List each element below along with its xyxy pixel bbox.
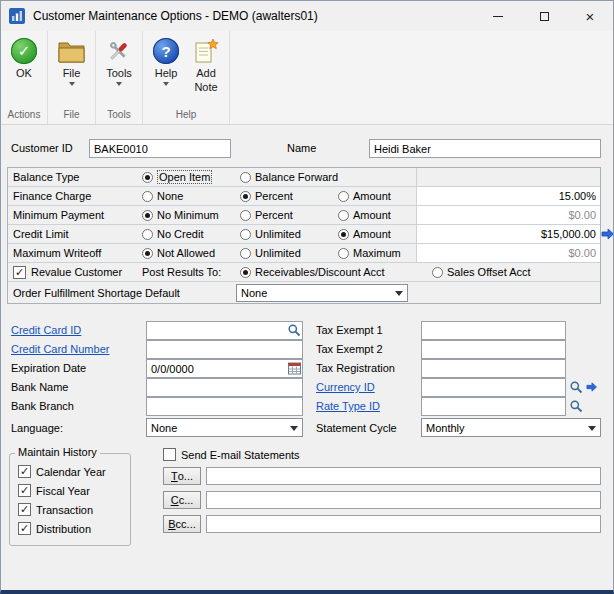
radio-icon xyxy=(240,267,251,278)
dropdown-arrow-icon xyxy=(163,82,169,86)
cc-button-accel: C xyxy=(171,494,179,506)
currency-id-link[interactable]: Currency ID xyxy=(316,381,375,393)
customer-maintenance-options-window: Customer Maintenance Options - DEMO (awa… xyxy=(0,0,614,594)
note-star-icon xyxy=(193,37,219,65)
credit-card-id-lookup-button[interactable] xyxy=(287,323,301,339)
cc-field[interactable] xyxy=(206,491,601,509)
credit-card-number-link[interactable]: Credit Card Number xyxy=(11,343,109,355)
name-label: Name xyxy=(287,142,316,154)
shortage-default-dropdown[interactable]: None xyxy=(236,284,408,302)
options-table: Balance Type Open Item Balance Forward F… xyxy=(7,167,601,304)
radio-credit-unlimited[interactable]: Unlimited xyxy=(240,228,338,240)
customer-id-field[interactable]: BAKE0010 xyxy=(89,139,231,158)
file-button[interactable]: File xyxy=(51,35,92,88)
bcc-button[interactable]: Bcc... xyxy=(163,515,201,533)
help-question-icon xyxy=(153,38,179,64)
radio-credit-no-credit[interactable]: No Credit xyxy=(142,228,240,240)
rate-type-id-field[interactable] xyxy=(421,397,566,416)
transaction-checkbox[interactable]: Transaction xyxy=(18,503,93,516)
language-dropdown[interactable]: None xyxy=(146,418,303,437)
rate-type-id-lookup-button[interactable] xyxy=(569,399,583,415)
radio-credit-amount[interactable]: Amount xyxy=(338,228,416,240)
credit-limit-expansion-button[interactable] xyxy=(601,228,614,242)
maximum-writeoff-value-field: $0.00 xyxy=(416,244,600,262)
minimum-payment-row: Minimum Payment No Minimum Percent Amoun… xyxy=(8,206,600,225)
radio-icon xyxy=(338,210,349,221)
radio-writeoff-unlimited[interactable]: Unlimited xyxy=(240,247,338,259)
chevron-down-icon xyxy=(395,291,403,296)
calendar-year-checkbox[interactable]: Calendar Year xyxy=(18,465,106,478)
tax-exempt-1-field[interactable] xyxy=(421,321,566,340)
radio-icon xyxy=(142,210,153,221)
radio-icon xyxy=(338,229,349,240)
credit-card-number-field[interactable] xyxy=(146,340,303,359)
radio-sales-offset-acct[interactable]: Sales Offset Acct xyxy=(432,266,600,278)
finance-charge-value-field[interactable]: 15.00% xyxy=(416,187,600,205)
radio-writeoff-not-allowed[interactable]: Not Allowed xyxy=(142,247,240,259)
balance-type-value xyxy=(416,168,600,186)
bcc-button-accel: B xyxy=(168,518,175,530)
tax-exempt-2-field[interactable] xyxy=(421,340,566,359)
radio-minimum-no-minimum[interactable]: No Minimum xyxy=(142,209,240,221)
tools-button[interactable]: Tools xyxy=(99,35,139,88)
ok-button[interactable]: OK xyxy=(4,35,44,81)
radio-writeoff-maximum[interactable]: Maximum xyxy=(338,247,416,259)
tax-exempt-2-label: Tax Exempt 2 xyxy=(316,343,383,355)
maximize-icon xyxy=(540,12,549,21)
to-field[interactable] xyxy=(206,467,601,485)
cc-button-label: c... xyxy=(179,494,194,506)
bank-name-field[interactable] xyxy=(146,378,303,397)
maintain-history-group: Maintain History Calendar Year Fiscal Ye… xyxy=(9,453,131,546)
currency-id-field[interactable] xyxy=(421,378,566,397)
to-button[interactable]: To... xyxy=(163,467,201,485)
name-field[interactable]: Heidi Baker xyxy=(369,139,601,158)
expiration-date-field[interactable]: 0/0/0000 xyxy=(146,359,303,378)
maximum-writeoff-label: Maximum Writeoff xyxy=(8,247,142,259)
minimum-payment-value-field: $0.00 xyxy=(416,206,600,224)
tax-registration-field[interactable] xyxy=(421,359,566,378)
radio-receivables-discount-acct[interactable]: Receivables/Discount Acct xyxy=(240,266,432,278)
bank-branch-field[interactable] xyxy=(146,397,303,416)
credit-limit-row: Credit Limit No Credit Unlimited Amount … xyxy=(8,225,600,244)
magnifier-icon xyxy=(287,323,301,337)
rate-type-id-link[interactable]: Rate Type ID xyxy=(316,400,380,412)
checkbox-icon xyxy=(13,266,26,279)
shortage-default-row: Order Fulfillment Shortage Default None xyxy=(8,282,600,303)
title-bar[interactable]: Customer Maintenance Options - DEMO (awa… xyxy=(1,1,613,31)
calendar-icon xyxy=(288,361,301,375)
distribution-checkbox[interactable]: Distribution xyxy=(18,522,91,535)
close-button[interactable]: × xyxy=(567,1,613,31)
radio-minimum-percent[interactable]: Percent xyxy=(240,209,338,221)
radio-balance-forward[interactable]: Balance Forward xyxy=(240,171,338,183)
expiration-date-label: Expiration Date xyxy=(11,362,86,374)
add-note-button[interactable]: Add Note xyxy=(186,35,226,95)
currency-id-expansion-button[interactable] xyxy=(586,382,597,394)
fiscal-year-checkbox[interactable]: Fiscal Year xyxy=(18,484,90,497)
credit-card-id-field[interactable] xyxy=(146,321,303,340)
radio-icon xyxy=(432,267,443,278)
maximum-writeoff-row: Maximum Writeoff Not Allowed Unlimited M… xyxy=(8,244,600,263)
help-button[interactable]: Help xyxy=(146,35,186,88)
bank-branch-label: Bank Branch xyxy=(11,400,74,412)
radio-finance-amount[interactable]: Amount xyxy=(338,190,416,202)
statement-cycle-dropdown[interactable]: Monthly xyxy=(421,418,601,437)
radio-icon xyxy=(142,248,153,259)
currency-id-lookup-button[interactable] xyxy=(569,380,583,396)
ok-check-icon xyxy=(11,38,37,64)
to-button-label: o... xyxy=(178,470,193,482)
send-email-statements-checkbox[interactable]: Send E-mail Statements xyxy=(163,448,300,461)
radio-finance-none[interactable]: None xyxy=(142,190,240,202)
cc-button[interactable]: Cc... xyxy=(163,491,201,509)
radio-finance-percent[interactable]: Percent xyxy=(240,190,338,202)
radio-icon xyxy=(142,191,153,202)
expiration-date-calendar-button[interactable] xyxy=(288,361,301,377)
minimize-button[interactable] xyxy=(475,1,521,31)
credit-limit-value-field[interactable]: $15,000.00 xyxy=(416,225,600,243)
maximize-button[interactable] xyxy=(521,1,567,31)
revalue-customer-checkbox[interactable]: Revalue Customer xyxy=(8,266,142,279)
credit-card-id-link[interactable]: Credit Card ID xyxy=(11,324,81,336)
radio-minimum-amount[interactable]: Amount xyxy=(338,209,416,221)
finance-charge-row: Finance Charge None Percent Amount 15.00… xyxy=(8,187,600,206)
radio-open-item[interactable]: Open Item xyxy=(142,170,240,184)
bcc-field[interactable] xyxy=(206,515,601,533)
